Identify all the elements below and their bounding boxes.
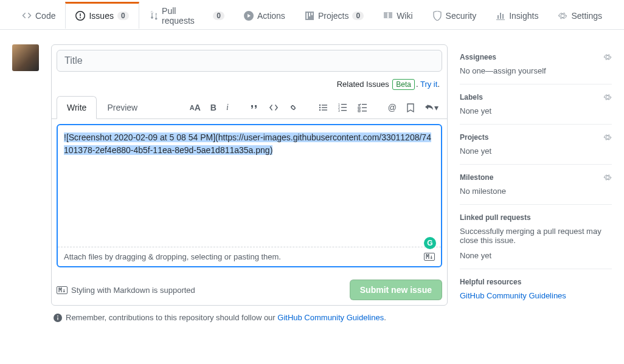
tab-code-label: Code (35, 11, 55, 21)
write-tab[interactable]: Write (57, 96, 97, 119)
markdown-badge-icon: M↓ (424, 253, 435, 261)
svg-point-2 (319, 109, 321, 110)
tab-issues-label: Issues (89, 11, 113, 21)
svg-rect-4 (322, 107, 327, 108)
tab-projects[interactable]: Projects 0 (295, 2, 373, 28)
tab-insights-label: Insights (509, 11, 538, 21)
comment-body-field[interactable]: ![Screenshot 2020-02-09 at 5 08 54 PM](h… (57, 124, 442, 267)
assignees-none: No one— (460, 66, 493, 75)
play-icon (244, 11, 254, 21)
linked-prs-desc: Successfully merging a pull request may … (460, 227, 612, 245)
helpful-title: Helpful resources (460, 278, 521, 286)
tab-code[interactable]: Code (12, 2, 65, 28)
markdown-badge-icon: M↓ (57, 286, 68, 294)
issue-title-input[interactable] (57, 50, 442, 72)
unordered-list-button[interactable] (315, 100, 332, 115)
svg-rect-3 (322, 105, 327, 105)
grammarly-icon[interactable]: G (424, 237, 436, 249)
linked-prs-title: Linked pull requests (460, 213, 531, 222)
beta-badge: Beta (392, 79, 415, 90)
milestone-none: No milestone (460, 187, 612, 196)
tab-insights[interactable]: Insights (486, 2, 548, 28)
issues-count: 0 (117, 12, 129, 20)
attach-hint: Attach files by dragging & dropping, sel… (64, 252, 281, 261)
community-guidelines-link[interactable]: GitHub Community Guidelines (277, 313, 384, 322)
svg-point-1 (319, 106, 321, 108)
markdown-support-link[interactable]: M↓ Styling with Markdown is supported (57, 286, 195, 295)
tab-security[interactable]: Security (423, 2, 487, 28)
projects-title: Projects (460, 133, 488, 142)
heading-button[interactable]: AA (186, 100, 204, 115)
git-pull-request-icon (149, 11, 158, 21)
contribution-reminder: Remember, contributions to this reposito… (51, 306, 448, 322)
mention-button[interactable]: @ (384, 100, 400, 115)
tab-wiki[interactable]: Wiki (373, 2, 422, 28)
info-icon (54, 314, 62, 322)
tab-settings-label: Settings (571, 11, 602, 21)
svg-rect-13 (358, 107, 360, 109)
repo-nav: Code Issues 0 Pull requests 0 Actions Pr… (0, 0, 624, 30)
svg-rect-14 (362, 107, 367, 108)
tab-pulls[interactable]: Pull requests 0 (139, 0, 234, 33)
task-list-button[interactable] (354, 100, 371, 115)
svg-text:3: 3 (338, 109, 340, 112)
avatar[interactable] (12, 44, 39, 71)
svg-rect-11 (341, 110, 347, 111)
reminder-prefix: Remember, contributions to this reposito… (66, 313, 277, 322)
gear-icon[interactable] (603, 53, 612, 61)
labels-none: None yet (460, 106, 612, 115)
svg-rect-9 (341, 104, 347, 105)
tab-wiki-label: Wiki (397, 11, 412, 21)
related-issues-row: Related Issues Beta. Try it. (52, 77, 447, 96)
projects-count: 0 (352, 12, 364, 20)
ordered-list-button[interactable]: 123 (335, 100, 352, 115)
attach-files-row[interactable]: Attach files by dragging & dropping, sel… (58, 247, 441, 266)
new-issue-form: Related Issues Beta. Try it. Write Previ… (51, 44, 448, 306)
issue-opened-icon (75, 11, 85, 21)
tab-actions-label: Actions (257, 11, 285, 21)
graph-icon (496, 11, 505, 21)
related-issues-label: Related Issues (337, 80, 389, 89)
tab-security-label: Security (446, 11, 477, 21)
assignees-title: Assignees (460, 53, 496, 61)
svg-rect-15 (358, 110, 360, 112)
quote-button[interactable] (246, 100, 263, 115)
markdown-toolbar: AA B i 123 @ ▾ (186, 100, 442, 115)
gear-icon (558, 11, 567, 21)
saved-reply-button[interactable] (403, 100, 418, 115)
tab-settings[interactable]: Settings (548, 2, 612, 28)
gear-icon[interactable] (603, 173, 612, 182)
reply-button[interactable]: ▾ (421, 100, 442, 115)
svg-point-0 (319, 104, 321, 105)
tab-actions[interactable]: Actions (234, 2, 295, 28)
svg-rect-12 (362, 104, 367, 105)
markdown-support-label: Styling with Markdown is supported (71, 286, 195, 295)
submit-new-issue-button[interactable]: Submit new issue (350, 280, 442, 300)
bold-button[interactable]: B (207, 100, 220, 115)
reminder-suffix: . (384, 313, 386, 322)
shield-icon (432, 11, 442, 21)
project-icon (305, 11, 314, 21)
link-button[interactable] (285, 100, 302, 115)
gear-icon[interactable] (603, 133, 612, 142)
milestone-title: Milestone (460, 173, 493, 182)
tab-pulls-label: Pull requests (162, 6, 209, 26)
italic-button[interactable]: i (223, 100, 232, 115)
code-button[interactable] (265, 100, 282, 115)
tab-projects-label: Projects (318, 11, 349, 21)
pulls-count: 0 (213, 12, 224, 20)
comment-body-text[interactable]: ![Screenshot 2020-02-09 at 5 08 54 PM](h… (58, 125, 441, 247)
book-icon (383, 11, 393, 21)
svg-rect-16 (362, 111, 367, 111)
try-it-link[interactable]: Try it (420, 80, 437, 89)
assign-yourself-link[interactable]: assign yourself (493, 66, 546, 75)
sidebar: Assignees No one—assign yourself Labels … (460, 44, 612, 309)
gear-icon[interactable] (603, 93, 612, 101)
linked-prs-none: None yet (460, 251, 612, 260)
svg-rect-10 (341, 107, 347, 108)
svg-rect-5 (322, 109, 327, 110)
preview-tab[interactable]: Preview (97, 96, 148, 119)
helpful-guidelines-link[interactable]: GitHub Community Guidelines (460, 291, 612, 300)
tab-issues[interactable]: Issues 0 (65, 2, 139, 29)
code-icon (22, 11, 32, 21)
